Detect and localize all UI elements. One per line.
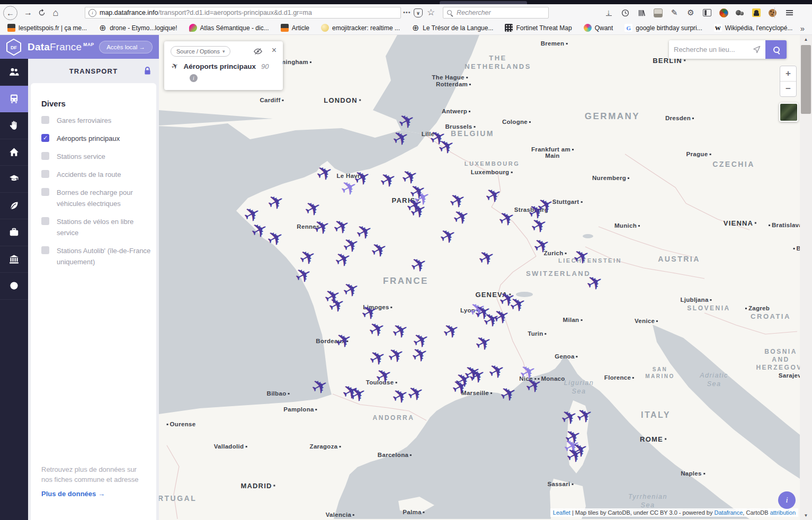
rail-item-other[interactable] — [0, 273, 28, 300]
rail-item-employment[interactable] — [0, 219, 28, 246]
layer-checkbox-row[interactable]: Gares ferroviaires — [41, 115, 156, 126]
history-button[interactable] — [619, 6, 631, 19]
more-data-link[interactable]: Plus de données → — [41, 490, 147, 498]
rail-item-demographics[interactable] — [0, 59, 28, 86]
rail-item-education[interactable] — [0, 166, 28, 193]
airport-plane-marker[interactable]: ✈ — [313, 160, 337, 185]
bookmark-item[interactable]: Le Trésor de la Langue... — [412, 24, 493, 32]
airport-plane-marker[interactable]: ✈ — [495, 206, 519, 231]
airport-plane-marker[interactable]: ✈ — [583, 270, 607, 295]
airport-plane-marker[interactable]: ✈ — [365, 317, 389, 342]
ext-screenshot-button[interactable] — [652, 6, 664, 19]
zoom-out-button[interactable]: − — [780, 82, 796, 96]
checkbox[interactable] — [41, 152, 49, 160]
airport-plane-marker[interactable]: ✈ — [368, 237, 391, 262]
datafrance-link[interactable]: Datafrance — [715, 509, 743, 516]
basemap-toggle-button[interactable] — [779, 103, 798, 122]
airport-plane-marker[interactable]: ✈ — [506, 292, 530, 317]
close-icon[interactable]: × — [272, 46, 276, 55]
info-icon[interactable]: i — [190, 74, 198, 82]
bookmark-item[interactable]: Fortinet Threat Map — [505, 24, 572, 32]
checkbox[interactable] — [41, 246, 49, 254]
bookmark-item[interactable]: drone - Etymo...logique! — [99, 24, 177, 32]
bookmarks-overflow-chevron[interactable]: » — [796, 21, 805, 35]
airport-plane-marker[interactable]: ✈ — [472, 330, 496, 355]
airport-plane-marker[interactable]: ✈ — [264, 190, 288, 214]
source-options-dropdown[interactable]: Source / Options▾ — [171, 46, 230, 57]
geo-search-button[interactable] — [765, 40, 787, 59]
rail-item-transport[interactable] — [0, 86, 28, 113]
checkbox[interactable] — [41, 188, 49, 196]
layer-checkbox-row[interactable]: Bornes de recharge pour véhicules électr… — [41, 187, 156, 209]
url-bar[interactable]: i map.datafrance.info /transport?d.d1.id… — [85, 7, 401, 19]
layer-checkbox-row[interactable]: Stations Autolib' (île-de-France uniquem… — [41, 245, 156, 267]
bookmark-item[interactable]: Article — [281, 24, 309, 32]
airport-plane-marker[interactable]: ✈ — [482, 183, 506, 208]
site-info-icon[interactable]: i — [88, 9, 96, 17]
browser-search-field[interactable]: Rechercher — [443, 7, 549, 19]
forward-button[interactable]: → — [21, 6, 35, 20]
ext-cookie-button[interactable] — [766, 6, 779, 19]
hide-layer-icon[interactable] — [253, 48, 263, 55]
ext-privacy-button[interactable] — [750, 6, 763, 19]
airport-plane-marker[interactable]: ✈ — [389, 318, 413, 343]
page-actions-icon[interactable]: ••• — [403, 9, 411, 15]
bookmark-star-icon[interactable]: ☆ — [427, 7, 435, 18]
airport-plane-marker[interactable]: ✈ — [377, 167, 400, 192]
menu-button[interactable] — [783, 6, 796, 19]
acces-local-button[interactable]: Accès local → — [99, 41, 153, 53]
layer-checkbox-row[interactable]: Stations service — [41, 151, 156, 162]
bookmark-item[interactable]: Qwant — [584, 24, 613, 32]
vertical-scrollbar[interactable]: ▲ ▼ — [800, 35, 812, 520]
checkbox[interactable] — [41, 116, 49, 124]
ext-spheres-button[interactable] — [734, 6, 746, 19]
bookmark-item[interactable]: Atlas Sémantique - dic... — [189, 24, 269, 32]
scroll-up-arrow[interactable]: ▲ — [800, 35, 812, 44]
scroll-down-arrow[interactable]: ▼ — [800, 511, 812, 520]
zoom-in-button[interactable]: + — [780, 66, 796, 82]
rail-item-services[interactable] — [0, 112, 28, 139]
bookmark-item[interactable]: lespetitspois.fr | ça me... — [7, 24, 87, 32]
layer-checkbox-row[interactable]: Stations de vélos en libre service — [41, 216, 156, 238]
map-info-button[interactable]: i — [778, 491, 796, 509]
layer-checkbox-row[interactable]: ✓ Aéroports principaux — [41, 133, 156, 144]
scrollbar-thumb[interactable] — [801, 45, 811, 114]
airport-plane-marker[interactable]: ✈ — [497, 381, 521, 406]
checkbox[interactable] — [41, 217, 49, 225]
reload-button[interactable] — [35, 6, 49, 20]
airport-plane-marker[interactable]: ✈ — [436, 223, 460, 248]
checkbox[interactable]: ✓ — [41, 134, 49, 142]
home-button[interactable]: ⌂ — [49, 6, 63, 20]
leaflet-link[interactable]: Leaflet — [553, 509, 570, 516]
attribution-link[interactable]: attribution — [770, 509, 796, 516]
ext-globe-button[interactable] — [717, 6, 730, 19]
airport-plane-marker[interactable]: ✈ — [407, 252, 431, 277]
downloads-button[interactable]: ↓ — [602, 6, 615, 19]
airport-plane-marker[interactable]: ✈ — [372, 363, 396, 388]
rail-item-housing[interactable] — [0, 139, 28, 166]
layer-checkbox-row[interactable]: Accidents de la route — [41, 169, 156, 180]
ext-settings-button[interactable]: ⚙ — [684, 6, 697, 19]
airport-plane-marker[interactable]: ✈ — [522, 373, 546, 398]
datafrance-logo[interactable]: DF — [5, 38, 23, 56]
airport-plane-marker[interactable]: ✈ — [440, 318, 463, 343]
rail-item-public-services[interactable] — [0, 246, 28, 273]
airport-plane-marker[interactable]: ✈ — [450, 204, 474, 229]
airport-plane-marker[interactable]: ✈ — [264, 226, 288, 250]
locate-arrow-icon[interactable] — [753, 46, 761, 53]
airport-plane-marker[interactable]: ✈ — [570, 244, 594, 269]
bookmark-item[interactable]: W Wikipédia, l'encyclopé... — [714, 24, 793, 32]
airport-plane-marker[interactable]: ✈ — [332, 328, 356, 353]
back-button[interactable]: ← — [3, 6, 17, 20]
geo-search-input[interactable]: Recherche un lieu... — [669, 40, 765, 59]
airport-plane-marker[interactable]: ✈ — [308, 374, 332, 399]
bookmark-item[interactable]: emojitracker: realtime ... — [321, 24, 400, 32]
airport-plane-marker[interactable]: ✈ — [530, 233, 554, 258]
ext-annotate-button[interactable]: ✎ — [668, 6, 681, 19]
checkbox[interactable] — [41, 170, 49, 178]
airport-plane-marker[interactable]: ✈ — [435, 134, 459, 159]
library-button[interactable] — [635, 6, 648, 19]
leaflet-map[interactable]: BremenBERLINTHENETHERLANDSThe HagueRotte… — [159, 35, 800, 520]
ext-sidebar-button[interactable] — [701, 6, 713, 19]
rail-item-environment[interactable] — [0, 193, 28, 220]
